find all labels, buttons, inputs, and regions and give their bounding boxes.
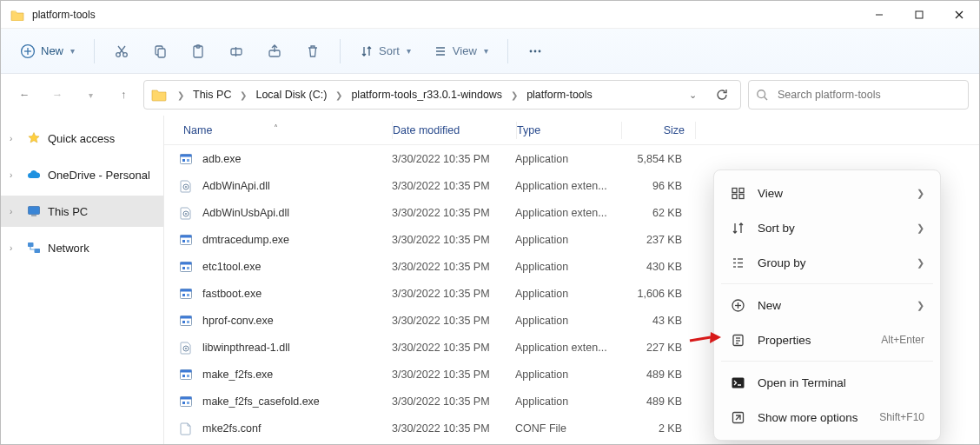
file-name: hprof-conv.exe	[202, 315, 274, 327]
forward-button[interactable]: →	[44, 82, 70, 108]
share-button[interactable]	[258, 37, 291, 66]
sidebar-item-label: Quick access	[48, 132, 115, 145]
file-name: adb.exe	[202, 153, 241, 165]
view-button[interactable]: View ▾	[425, 37, 497, 66]
breadcrumb-bar[interactable]: ❯ This PC ❯ Local Disk (C:) ❯ platform-t…	[143, 80, 741, 110]
context-label: Sort by	[758, 222, 904, 235]
svg-rect-45	[187, 267, 189, 269]
copy-button[interactable]	[143, 37, 176, 66]
svg-line-25	[765, 96, 767, 99]
sidebar-item-onedrive[interactable]: › OneDrive - Personal	[1, 159, 163, 190]
svg-rect-61	[181, 396, 192, 399]
breadcrumb-item[interactable]: platform-tools_r33.0.1-windows	[348, 85, 506, 104]
window-title: platform-tools	[32, 9, 859, 21]
file-date: 3/30/2022 10:35 PM	[392, 261, 515, 273]
sort-ascending-icon: ˄	[274, 123, 278, 133]
breadcrumb-item[interactable]: Local Disk (C:)	[252, 85, 330, 104]
file-row[interactable]: adb.exe3/30/2022 10:35 PMApplication5,85…	[164, 145, 979, 172]
file-type: Application exten...	[515, 342, 619, 354]
file-icon	[178, 367, 194, 382]
context-label: Show more options	[758, 411, 867, 424]
file-name: mke2fs.conf	[202, 422, 261, 435]
chevron-right-icon: ❯	[917, 188, 924, 199]
breadcrumb-item[interactable]: platform-tools	[523, 85, 596, 104]
search-input[interactable]	[778, 89, 961, 101]
context-item[interactable]: Group by❯	[719, 245, 935, 280]
context-item[interactable]: View❯	[719, 176, 935, 210]
file-type: Application	[515, 261, 619, 273]
back-button[interactable]: ←	[11, 82, 37, 108]
svg-rect-51	[181, 315, 192, 318]
sort-button[interactable]: Sort ▾	[351, 37, 420, 66]
context-item[interactable]: PropertiesAlt+Enter	[719, 322, 935, 357]
svg-point-55	[185, 348, 187, 349]
sort-label: Sort	[379, 44, 400, 57]
column-size[interactable]: Size	[622, 124, 695, 136]
minimize-button[interactable]	[859, 1, 899, 29]
view-label: View	[453, 44, 477, 57]
column-type[interactable]: Type	[517, 124, 621, 136]
context-label: New	[758, 299, 904, 312]
file-size: 430 KB	[619, 261, 692, 273]
file-date: 3/30/2022 10:35 PM	[392, 395, 515, 408]
svg-rect-48	[182, 294, 185, 296]
search-box[interactable]	[748, 80, 969, 110]
sidebar-item-label: This PC	[48, 205, 88, 218]
chevron-right-icon: ❯	[175, 90, 186, 100]
file-date: 3/30/2022 10:35 PM	[392, 422, 515, 435]
column-name[interactable]: Name˄	[178, 124, 392, 136]
file-date: 3/30/2022 10:35 PM	[392, 369, 515, 381]
file-type: Application	[515, 288, 619, 300]
separator	[94, 39, 95, 63]
delete-button[interactable]	[296, 37, 329, 66]
context-item[interactable]: Open in Terminal	[719, 365, 935, 400]
search-icon	[756, 89, 769, 102]
sidebar-item-quick-access[interactable]: › Quick access	[1, 123, 163, 154]
history-dropdown-button[interactable]: ⌄	[679, 82, 705, 108]
sidebar-item-label: OneDrive - Personal	[48, 169, 150, 182]
refresh-button[interactable]	[709, 82, 735, 108]
file-size: 5,854 KB	[619, 153, 692, 165]
breadcrumb-item[interactable]: This PC	[189, 85, 235, 104]
file-size: 227 KB	[619, 342, 692, 354]
file-name: dmtracedump.exe	[202, 234, 289, 246]
svg-rect-63	[187, 402, 189, 404]
props-icon	[730, 333, 745, 348]
context-item[interactable]: Sort by❯	[719, 210, 935, 245]
close-button[interactable]	[939, 1, 979, 29]
context-label: View	[758, 187, 904, 200]
svg-rect-47	[181, 289, 192, 291]
file-size: 62 KB	[619, 207, 692, 219]
sort-icon	[730, 221, 745, 236]
svg-rect-43	[181, 262, 192, 264]
new-button[interactable]: New ▾	[11, 37, 83, 66]
up-button[interactable]: ↑	[110, 82, 136, 108]
navigation-row: ← → ▾ ↑ ❯ This PC ❯ Local Disk (C:) ❯ pl…	[1, 74, 979, 116]
svg-point-24	[758, 90, 765, 97]
sidebar-item-this-pc[interactable]: › This PC	[1, 196, 163, 227]
svg-rect-53	[187, 321, 189, 323]
more-button[interactable]	[519, 37, 552, 66]
paste-button[interactable]	[182, 37, 215, 66]
file-date: 3/30/2022 10:35 PM	[392, 180, 515, 192]
file-date: 3/30/2022 10:35 PM	[392, 315, 515, 327]
svg-rect-44	[182, 267, 185, 269]
file-date: 3/30/2022 10:35 PM	[392, 288, 515, 300]
file-name: etc1tool.exe	[202, 261, 261, 273]
context-item[interactable]: Show more optionsShift+F10	[719, 400, 935, 435]
cut-button[interactable]	[105, 37, 138, 66]
column-date[interactable]: Date modified	[393, 124, 516, 136]
svg-rect-28	[28, 242, 34, 247]
svg-rect-40	[182, 240, 185, 242]
rename-button[interactable]	[220, 37, 253, 66]
chevron-right-icon: ❯	[917, 222, 924, 234]
file-size: 43 KB	[619, 315, 692, 327]
maximize-button[interactable]	[899, 1, 939, 29]
context-accelerator: Shift+F10	[879, 411, 924, 423]
recent-locations-button[interactable]: ▾	[77, 82, 103, 108]
group-icon	[730, 256, 745, 270]
context-item[interactable]: New❯	[719, 288, 935, 322]
svg-point-37	[185, 213, 187, 215]
svg-line-83	[736, 415, 740, 420]
sidebar-item-network[interactable]: › Network	[1, 232, 163, 263]
